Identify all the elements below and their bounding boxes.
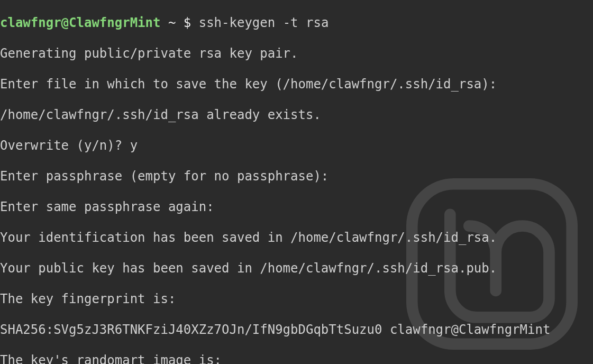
output-line: The key fingerprint is:: [0, 292, 550, 307]
output-line: Enter file in which to save the key (/ho…: [0, 77, 550, 92]
output-line: /home/clawfngr/.ssh/id_rsa already exist…: [0, 107, 550, 123]
output-line: Overwrite (y/n)? y: [0, 138, 550, 153]
output-line: Your public key has been saved in /home/…: [0, 261, 550, 276]
command-1: ssh-keygen -t rsa: [199, 15, 329, 30]
terminal-output[interactable]: clawfngr@ClawfngrMint ~ $ ssh-keygen -t …: [0, 0, 550, 364]
prompt-sigil: $: [184, 15, 191, 30]
prompt-user-host: clawfngr@ClawfngrMint: [0, 15, 160, 30]
output-line: SHA256:SVg5zJ3R6TNKFziJ40XZz7OJn/IfN9gbD…: [0, 322, 550, 338]
output-line: Enter same passphrase again:: [0, 199, 550, 215]
output-line: Generating public/private rsa key pair.: [0, 46, 550, 61]
output-line: Enter passphrase (empty for no passphras…: [0, 169, 550, 184]
output-line: Your identification has been saved in /h…: [0, 230, 550, 245]
prompt-cwd: ~: [168, 15, 176, 30]
prompt-line-1: clawfngr@ClawfngrMint ~ $ ssh-keygen -t …: [0, 15, 550, 31]
output-line: The key's randomart image is:: [0, 353, 550, 364]
